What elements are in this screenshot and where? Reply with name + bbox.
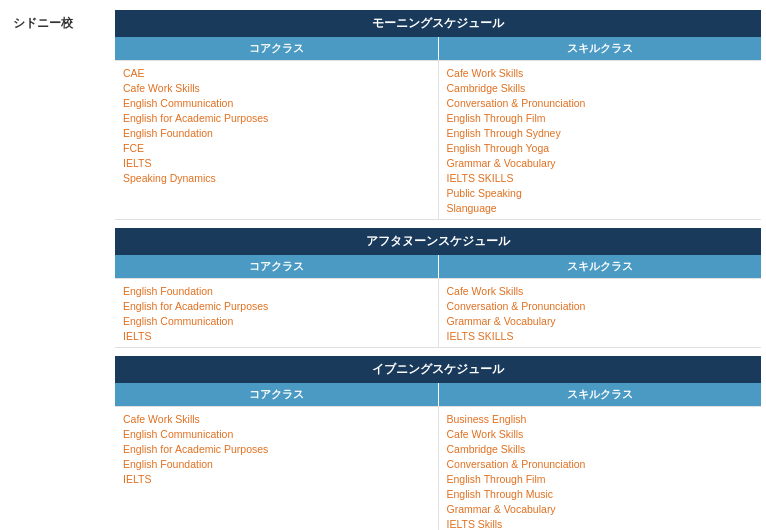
class-content-row-morning: CAECafe Work SkillsEnglish Communication…	[115, 60, 761, 220]
core-class-item[interactable]: Speaking Dynamics	[123, 170, 430, 185]
core-class-item[interactable]: CAE	[123, 65, 430, 80]
core-class-item[interactable]: English for Academic Purposes	[123, 441, 430, 456]
schedule-block-morning: モーニングスケジュールコアクラススキルクラスCAECafe Work Skill…	[115, 10, 761, 220]
core-column-evening: Cafe Work SkillsEnglish CommunicationEng…	[115, 407, 439, 530]
skill-class-item[interactable]: Conversation & Pronunciation	[447, 298, 754, 313]
core-class-item[interactable]: Cafe Work Skills	[123, 411, 430, 426]
core-class-item[interactable]: FCE	[123, 140, 430, 155]
schedule-header-morning: モーニングスケジュール	[115, 10, 761, 37]
school-label: シドニー校	[5, 10, 115, 530]
core-class-item[interactable]: English Foundation	[123, 283, 430, 298]
class-header-row-afternoon: コアクラススキルクラス	[115, 255, 761, 278]
core-column-morning: CAECafe Work SkillsEnglish Communication…	[115, 61, 439, 220]
schedule-container: モーニングスケジュールコアクラススキルクラスCAECafe Work Skill…	[115, 10, 761, 530]
skill-class-item[interactable]: Public Speaking	[447, 185, 754, 200]
core-header-afternoon: コアクラス	[115, 255, 439, 278]
skill-class-item[interactable]: Grammar & Vocabulary	[447, 501, 754, 516]
core-class-item[interactable]: English Communication	[123, 313, 430, 328]
skill-class-item[interactable]: Conversation & Pronunciation	[447, 95, 754, 110]
skill-column-evening: Business EnglishCafe Work SkillsCambridg…	[439, 407, 762, 530]
core-class-item[interactable]: IELTS	[123, 155, 430, 170]
skill-class-item[interactable]: Cafe Work Skills	[447, 283, 754, 298]
skill-column-morning: Cafe Work SkillsCambridge SkillsConversa…	[439, 61, 762, 220]
core-header-evening: コアクラス	[115, 383, 439, 406]
class-content-row-afternoon: English FoundationEnglish for Academic P…	[115, 278, 761, 348]
core-class-item[interactable]: English for Academic Purposes	[123, 110, 430, 125]
core-class-item[interactable]: English Foundation	[123, 125, 430, 140]
schedule-block-evening: イブニングスケジュールコアクラススキルクラスCafe Work SkillsEn…	[115, 356, 761, 530]
skill-class-item[interactable]: English Through Film	[447, 471, 754, 486]
skill-class-item[interactable]: English Through Yoga	[447, 140, 754, 155]
skill-class-item[interactable]: English Through Film	[447, 110, 754, 125]
skill-class-item[interactable]: Conversation & Pronunciation	[447, 456, 754, 471]
core-class-item[interactable]: English Foundation	[123, 456, 430, 471]
skill-class-item[interactable]: Business English	[447, 411, 754, 426]
skill-class-item[interactable]: English Through Sydney	[447, 125, 754, 140]
skill-class-item[interactable]: Cambridge Skills	[447, 441, 754, 456]
core-class-item[interactable]: English for Academic Purposes	[123, 298, 430, 313]
skill-class-item[interactable]: IELTS Skills	[447, 516, 754, 530]
skill-class-item[interactable]: Cafe Work Skills	[447, 426, 754, 441]
skill-class-item[interactable]: Cambridge Skills	[447, 80, 754, 95]
schedule-header-afternoon: アフタヌーンスケジュール	[115, 228, 761, 255]
page-wrapper: シドニー校 モーニングスケジュールコアクラススキルクラスCAECafe Work…	[0, 0, 766, 530]
skill-class-item[interactable]: Cafe Work Skills	[447, 65, 754, 80]
skill-header-afternoon: スキルクラス	[439, 255, 762, 278]
skill-class-item[interactable]: IELTS SKILLS	[447, 170, 754, 185]
skill-column-afternoon: Cafe Work SkillsConversation & Pronuncia…	[439, 279, 762, 348]
core-class-item[interactable]: Cafe Work Skills	[123, 80, 430, 95]
core-class-item[interactable]: English Communication	[123, 426, 430, 441]
skill-class-item[interactable]: IELTS SKILLS	[447, 328, 754, 343]
skill-class-item[interactable]: Slanguage	[447, 200, 754, 215]
core-class-item[interactable]: English Communication	[123, 95, 430, 110]
class-header-row-evening: コアクラススキルクラス	[115, 383, 761, 406]
school-name: シドニー校	[13, 16, 73, 30]
skill-class-item[interactable]: Grammar & Vocabulary	[447, 155, 754, 170]
skill-header-evening: スキルクラス	[439, 383, 762, 406]
core-header-morning: コアクラス	[115, 37, 439, 60]
class-content-row-evening: Cafe Work SkillsEnglish CommunicationEng…	[115, 406, 761, 530]
class-header-row-morning: コアクラススキルクラス	[115, 37, 761, 60]
skill-header-morning: スキルクラス	[439, 37, 762, 60]
skill-class-item[interactable]: English Through Music	[447, 486, 754, 501]
core-class-item[interactable]: IELTS	[123, 328, 430, 343]
skill-class-item[interactable]: Grammar & Vocabulary	[447, 313, 754, 328]
core-class-item[interactable]: IELTS	[123, 471, 430, 486]
schedule-block-afternoon: アフタヌーンスケジュールコアクラススキルクラスEnglish Foundatio…	[115, 228, 761, 348]
core-column-afternoon: English FoundationEnglish for Academic P…	[115, 279, 439, 348]
schedule-header-evening: イブニングスケジュール	[115, 356, 761, 383]
